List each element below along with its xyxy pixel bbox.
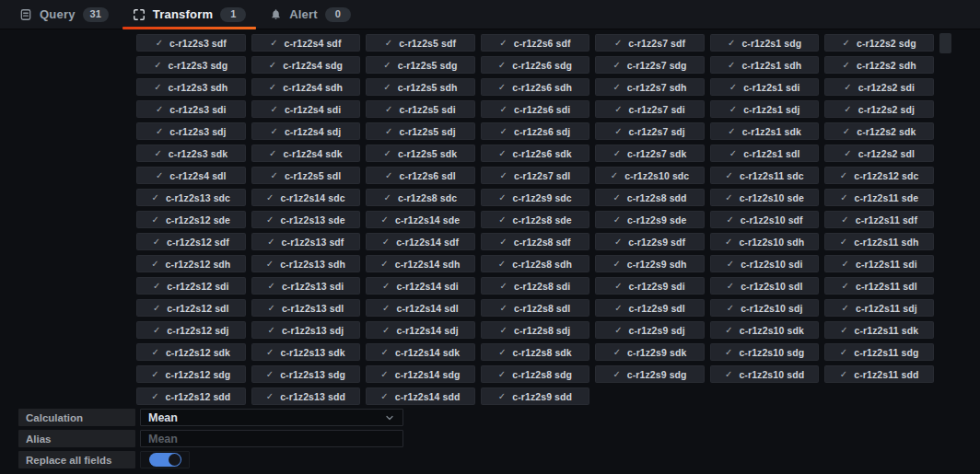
field-pill[interactable]: ✓c-r1z2s14 sdd <box>366 387 475 405</box>
field-pill[interactable]: ✓c-r1z2s1 sdi <box>710 78 820 96</box>
tab-transform[interactable]: Transform 1 <box>121 0 258 29</box>
field-pill[interactable]: ✓c-r1z2s10 sdf <box>710 211 820 228</box>
field-pill[interactable]: ✓c-r1z2s13 sdi <box>251 277 361 295</box>
field-pill[interactable]: ✓c-r1z2s12 sdg <box>136 365 246 383</box>
field-pill[interactable]: ✓c-r1z2s7 sdi <box>595 100 705 118</box>
field-pill[interactable]: ✓c-r1z2s14 sdf <box>366 233 475 250</box>
field-pill[interactable]: ✓c-r1z2s10 sdc <box>595 167 705 184</box>
field-pill[interactable]: ✓c-r1z2s1 sdj <box>710 100 820 118</box>
field-pill[interactable]: ✓c-r1z2s11 sdl <box>824 277 934 295</box>
field-pill[interactable]: ✓c-r1z2s5 sdl <box>251 167 361 184</box>
field-pill[interactable]: ✓c-r1z2s1 sdk <box>710 122 820 140</box>
field-pill[interactable]: ✓c-r1z2s14 sdj <box>366 321 475 339</box>
field-pill[interactable]: ✓c-r1z2s11 sdd <box>824 365 934 383</box>
field-pill[interactable]: ✓c-r1z2s10 sdg <box>710 343 820 361</box>
field-pill[interactable]: ✓c-r1z2s6 sdl <box>366 167 475 184</box>
field-pill[interactable]: ✓c-r1z2s11 sdk <box>824 321 934 339</box>
field-pill[interactable]: ✓c-r1z2s12 sdj <box>136 321 246 339</box>
field-pill[interactable]: ✓c-r1z2s6 sdh <box>481 78 590 96</box>
field-pill[interactable]: ✓c-r1z2s8 sdk <box>481 343 590 361</box>
field-pill[interactable]: ✓c-r1z2s13 sdf <box>251 233 361 250</box>
field-pill[interactable]: ✓c-r1z2s14 sde <box>366 211 475 228</box>
field-pill[interactable]: ✓c-r1z2s1 sdh <box>710 56 820 74</box>
field-pill[interactable]: ✓c-r1z2s1 sdl <box>710 145 820 162</box>
field-pill[interactable]: ✓c-r1z2s7 sdg <box>595 56 705 74</box>
field-pill[interactable]: ✓c-r1z2s5 sdj <box>366 122 475 140</box>
field-pill[interactable]: ✓c-r1z2s12 sdh <box>136 255 246 272</box>
field-pill[interactable]: ✓c-r1z2s4 sdh <box>251 78 361 96</box>
field-pill[interactable]: ✓c-r1z2s9 sdl <box>595 299 705 317</box>
field-pill[interactable]: ✓c-r1z2s6 sdi <box>481 100 590 118</box>
field-pill[interactable]: ✓c-r1z2s8 sdf <box>481 233 590 250</box>
field-pill[interactable]: ✓c-r1z2s11 sdf <box>824 211 934 228</box>
field-pill[interactable]: ✓c-r1z2s13 sdd <box>251 387 361 405</box>
field-pill[interactable]: ✓c-r1z2s14 sdc <box>251 189 361 206</box>
field-pill[interactable]: ✓c-r1z2s6 sdj <box>481 122 590 140</box>
field-pill[interactable]: ✓c-r1z2s10 sde <box>710 189 820 206</box>
field-pill[interactable]: ✓c-r1z2s5 sdg <box>366 56 475 74</box>
field-pill[interactable]: ✓c-r1z2s6 sdg <box>481 56 590 74</box>
field-pill[interactable]: ✓c-r1z2s10 sdh <box>710 233 820 250</box>
alias-input[interactable] <box>140 430 403 447</box>
field-pill[interactable]: ✓c-r1z2s10 sdk <box>710 321 820 339</box>
field-pill[interactable]: ✓c-r1z2s14 sdl <box>366 299 475 317</box>
field-pill[interactable]: ✓c-r1z2s4 sdf <box>251 34 361 52</box>
field-pill[interactable]: ✓c-r1z2s8 sdj <box>481 321 590 339</box>
field-pill[interactable]: ✓c-r1z2s11 sdg <box>824 343 934 361</box>
field-pill[interactable]: ✓c-r1z2s2 sdi <box>824 78 934 96</box>
field-pill[interactable]: ✓c-r1z2s9 sdi <box>595 277 705 295</box>
field-pill[interactable]: ✓c-r1z2s3 sdi <box>136 100 246 118</box>
field-pill[interactable]: ✓c-r1z2s11 sde <box>824 189 934 206</box>
field-pill[interactable]: ✓c-r1z2s14 sdg <box>366 365 475 383</box>
field-pill[interactable]: ✓c-r1z2s7 sdj <box>595 122 705 140</box>
field-pill[interactable]: ✓c-r1z2s3 sdj <box>136 122 246 140</box>
field-pill[interactable]: ✓c-r1z2s7 sdl <box>481 167 590 184</box>
field-pill[interactable]: ✓c-r1z2s4 sdj <box>251 122 361 140</box>
field-pill[interactable]: ✓c-r1z2s13 sdl <box>251 299 361 317</box>
field-pill[interactable]: ✓c-r1z2s8 sdh <box>481 255 590 272</box>
field-pill[interactable]: ✓c-r1z2s10 sdd <box>710 365 820 383</box>
field-pill[interactable]: ✓c-r1z2s8 sdc <box>366 189 475 206</box>
field-pill[interactable]: ✓c-r1z2s9 sdf <box>595 233 705 250</box>
field-pill[interactable]: ✓c-r1z2s6 sdk <box>481 145 590 162</box>
field-pill[interactable]: ✓c-r1z2s4 sdk <box>251 145 361 162</box>
field-pill[interactable]: ✓c-r1z2s11 sdh <box>824 233 934 250</box>
field-pill[interactable]: ✓c-r1z2s5 sdh <box>366 78 475 96</box>
field-pill[interactable]: ✓c-r1z2s5 sdi <box>366 100 475 118</box>
field-pill[interactable]: ✓c-r1z2s3 sdf <box>136 34 246 52</box>
field-pill[interactable]: ✓c-r1z2s9 sdd <box>481 387 590 405</box>
field-pill[interactable]: ✓c-r1z2s2 sdl <box>824 145 934 162</box>
field-pill[interactable]: ✓c-r1z2s10 sdj <box>710 299 820 317</box>
field-pill[interactable]: ✓c-r1z2s10 sdl <box>710 277 820 295</box>
field-pill[interactable]: ✓c-r1z2s13 sdj <box>251 321 361 339</box>
field-pill[interactable]: ✓c-r1z2s12 sdi <box>136 277 246 295</box>
field-pill[interactable]: ✓c-r1z2s2 sdj <box>824 100 934 118</box>
field-pill[interactable]: ✓c-r1z2s4 sdl <box>136 167 246 184</box>
calculation-select[interactable]: Mean <box>140 409 403 426</box>
field-pill[interactable]: ✓c-r1z2s9 sdc <box>481 189 590 206</box>
field-pill[interactable]: ✓c-r1z2s9 sdh <box>595 255 705 272</box>
field-pill[interactable]: ✓c-r1z2s5 sdk <box>366 145 475 162</box>
field-pill[interactable]: ✓c-r1z2s9 sde <box>595 211 705 228</box>
field-pill[interactable]: ✓c-r1z2s12 sdk <box>136 343 246 361</box>
field-pill[interactable]: ✓c-r1z2s10 sdi <box>710 255 820 272</box>
field-pill[interactable]: ✓c-r1z2s12 sdf <box>136 233 246 250</box>
field-pill[interactable]: ✓c-r1z2s14 sdi <box>366 277 475 295</box>
field-pill[interactable]: ✓c-r1z2s12 sde <box>136 211 246 228</box>
field-pill[interactable]: ✓c-r1z2s2 sdk <box>824 122 934 140</box>
field-pill[interactable]: ✓c-r1z2s3 sdk <box>136 145 246 162</box>
field-pill[interactable]: ✓c-r1z2s11 sdj <box>824 299 934 317</box>
field-pill[interactable]: ✓c-r1z2s2 sdh <box>824 56 934 74</box>
scrollbar-thumb[interactable] <box>939 33 951 53</box>
field-pill[interactable]: ✓c-r1z2s11 sdc <box>710 167 820 184</box>
field-pill[interactable]: ✓c-r1z2s2 sdg <box>824 34 934 52</box>
field-pill[interactable]: ✓c-r1z2s7 sdk <box>595 145 705 162</box>
field-pill[interactable]: ✓c-r1z2s8 sdg <box>481 365 590 383</box>
field-pill[interactable]: ✓c-r1z2s14 sdk <box>366 343 475 361</box>
field-pill[interactable]: ✓c-r1z2s4 sdg <box>251 56 361 74</box>
field-pill[interactable]: ✓c-r1z2s13 sdh <box>251 255 361 272</box>
field-pill[interactable]: ✓c-r1z2s9 sdk <box>595 343 705 361</box>
replace-all-fields-toggle[interactable] <box>140 451 190 468</box>
field-pill[interactable]: ✓c-r1z2s9 sdj <box>595 321 705 339</box>
field-pill[interactable]: ✓c-r1z2s8 sdd <box>595 189 705 206</box>
